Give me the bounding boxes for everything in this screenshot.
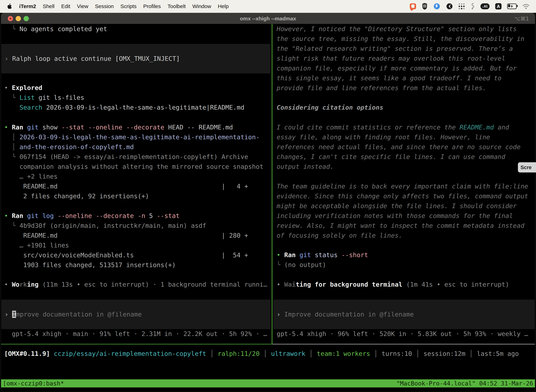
- terminal-line: However, I noticed the "Directory Struct…: [273, 24, 535, 34]
- terminal-line: │ 2026-03-09-is-legal-the-same-as-legiti…: [1, 132, 272, 142]
- keyboard-badge-text: A: [495, 3, 502, 9]
- menu-items: iTerm2ShellEditViewSessionScriptsProfile…: [16, 3, 232, 9]
- squiggle-icon[interactable]: [470, 2, 475, 10]
- iterm-window: omx --xhigh --madmax ⌥⌘1 └ No agents com…: [1, 13, 535, 392]
- thinking-paragraph-3: The team guideline is to back every impo…: [273, 182, 535, 240]
- pane-border-right: [273, 344, 535, 344]
- terminal-line: essay file, along with finding root file…: [273, 132, 535, 142]
- terminal-line: … +1901 lines: [1, 240, 272, 250]
- terminal-line: └ (no output): [273, 260, 535, 270]
- tmux-pane-left[interactable]: └ No agents completed yet› Ralph loop ac…: [1, 24, 272, 344]
- terminal-line: Considering citation options: [273, 103, 535, 112]
- terminal-line: The team guideline is to back every impo…: [273, 182, 535, 191]
- menu-left: iTerm2ShellEditViewSessionScriptsProfile…: [0, 3, 232, 9]
- apple-logo-icon[interactable]: [5, 4, 13, 9]
- terminal-line: companion analysis without altering the …: [1, 162, 272, 172]
- terminal-line: gpt-5.4 xhigh · 96% left · 520K in · 5.8…: [273, 329, 535, 339]
- waiting-status: • Waiting for background terminal (1m 41…: [273, 280, 535, 289]
- terminal-line: including verification notes with those …: [273, 211, 535, 221]
- terminal-line: the source tree, missing the essay. Stil…: [273, 34, 535, 44]
- command-output: └ (no output): [273, 260, 535, 270]
- terminal-line: provide file and line references from th…: [273, 83, 535, 93]
- contrast-circle-icon[interactable]: [446, 2, 453, 10]
- agents-note: └ No agents completed yet: [1, 24, 272, 34]
- chat-bubble-icon[interactable]: [410, 2, 416, 10]
- thinking-paragraph-2: I could cite commit statistics or refere…: [273, 122, 535, 172]
- terminal-line: README.md | 280 +: [1, 231, 272, 240]
- terminal-line: changes, I can't cite specific file line…: [273, 152, 535, 162]
- prompt-input[interactable]: › Improve documentation in @filename: [1, 300, 271, 329]
- git-show-command: • Ran git show --stat --oneline --decora…: [1, 122, 272, 201]
- window-title: omx --xhigh --madmax: [1, 16, 535, 22]
- prompt-input[interactable]: › Improve documentation in @filename: [273, 300, 535, 329]
- terminal: └ No agents completed yet› Ralph loop ac…: [1, 24, 535, 392]
- tmux-pane-right[interactable]: However, I noticed the "Directory Struct…: [273, 24, 535, 344]
- terminal-line: might be acceptable alongside the file l…: [273, 201, 535, 211]
- thinking-paragraph-1: However, I noticed the "Directory Struct…: [273, 24, 535, 93]
- shield-grid-icon[interactable]: [422, 2, 428, 10]
- terminal-line: • Ran git show --stat --oneline --decora…: [1, 122, 272, 132]
- terminal-line: • Explored: [1, 83, 272, 93]
- menu-item-window[interactable]: Window: [189, 3, 215, 9]
- terminal-line: Search 2026-03-09-is-legal-the-same-as-l…: [1, 103, 272, 112]
- terminal-line: • Ran git log --oneline --decorate -n 5 …: [1, 211, 272, 221]
- omx-status-line: [OMX#0.11.9] cczip/essay/ai-reimplementa…: [1, 349, 535, 359]
- terminal-line: • Ran git status --short: [273, 250, 535, 260]
- screenshot-notification-chip[interactable]: Scre: [518, 162, 536, 173]
- terminal-line: output instead.: [273, 162, 535, 172]
- menu-item-shell[interactable]: Shell: [39, 3, 58, 9]
- terminal-line: references need actual files, and since …: [273, 142, 535, 152]
- wifi-icon[interactable]: [522, 2, 530, 10]
- window-shortcut: ⌥⌘1: [514, 16, 529, 22]
- model-status-line: gpt-5.4 xhigh · 96% left · 520K in · 5.8…: [273, 329, 535, 339]
- terminal-line: … +2 lines: [1, 172, 272, 182]
- model-status-line: gpt-5.4 xhigh · main · 91% left · 2.31M …: [1, 329, 272, 339]
- terminal-line: I could cite commit statistics or refere…: [273, 122, 535, 132]
- pane-border-left: [1, 344, 273, 344]
- desktop: iTerm2ShellEditViewSessionScriptsProfile…: [0, 0, 536, 392]
- menu-item-toolbelt[interactable]: Toolbelt: [164, 3, 189, 9]
- menu-status-icons: ..61 A: [410, 2, 536, 10]
- git-log-command: • Ran git log --oneline --decorate -n 5 …: [1, 211, 272, 270]
- battery-icon[interactable]: [507, 2, 517, 10]
- tmux-host-clock: "MacBook-Pro-44.local" 04:52 31-Mar-26: [396, 380, 533, 387]
- ralph-banner[interactable]: › Ralph loop active continue [OMX_TMUX_I…: [1, 44, 271, 73]
- terminal-line: › Ralph loop active continue [OMX_TMUX_I…: [1, 54, 271, 64]
- working-status: • Working (11m 13s • esc to interrupt) ·…: [1, 280, 272, 289]
- git-status-command: • Ran git status --short: [273, 250, 535, 260]
- terminal-line: │ and-the-erosion-of-copyleft.md: [1, 142, 272, 152]
- window-titlebar: omx --xhigh --madmax ⌥⌘1: [1, 13, 535, 24]
- keyboard-layout-a-icon[interactable]: A: [495, 2, 502, 10]
- terminal-line: • Waiting for background terminal (1m 41…: [273, 280, 535, 289]
- screenshot-chip-label: Scre: [521, 165, 531, 170]
- terminal-line: 1903 files changed, 513517 insertions(+): [1, 260, 272, 270]
- terminal-line: • Working (11m 13s • esc to interrupt) ·…: [1, 280, 272, 289]
- menu-item-help[interactable]: Help: [215, 3, 232, 9]
- blue-burst-icon[interactable]: [433, 2, 440, 10]
- explored-header: • Explored: [1, 83, 272, 93]
- terminal-line: › Improve documentation in @filename: [273, 309, 535, 319]
- pane-divider[interactable]: [272, 24, 273, 344]
- terminal-line: 2 files changed, 92 insertions(+): [1, 191, 272, 201]
- menu-item-scripts[interactable]: Scripts: [117, 3, 140, 9]
- terminal-line: companion file, especially if more comme…: [273, 63, 535, 73]
- explored-list: └ List git ls-files Search 2026-03-09-is…: [1, 93, 272, 112]
- terminal-line: slight risk that future readers may over…: [273, 54, 535, 63]
- terminal-line: README.md | 4 +: [1, 182, 272, 191]
- thinking-heading: Considering citation options: [273, 103, 535, 112]
- terminal-line: evidence. Since this change only affects…: [273, 191, 535, 201]
- terminal-line: └ No agents completed yet: [1, 24, 272, 34]
- badge-61-text: ..61: [480, 3, 490, 9]
- menu-item-session[interactable]: Session: [92, 3, 117, 9]
- terminal-line: src/voice/voiceModeEnabled.ts | 54 +: [1, 250, 272, 260]
- menu-item-view[interactable]: View: [74, 3, 92, 9]
- menu-bar: iTerm2ShellEditViewSessionScriptsProfile…: [0, 0, 536, 13]
- menu-item-edit[interactable]: Edit: [58, 3, 74, 9]
- terminal-line: › Improve documentation in @filename: [1, 309, 271, 319]
- terminal-line: └ List git ls-files: [1, 93, 272, 103]
- dots-grid-icon[interactable]: [459, 2, 464, 10]
- menu-item-profiles[interactable]: Profiles: [140, 3, 164, 9]
- badge-61-icon[interactable]: ..61: [480, 2, 490, 10]
- menu-item-iterm2[interactable]: iTerm2: [16, 3, 39, 9]
- terminal-line: this single essay, it seems like a good …: [273, 73, 535, 83]
